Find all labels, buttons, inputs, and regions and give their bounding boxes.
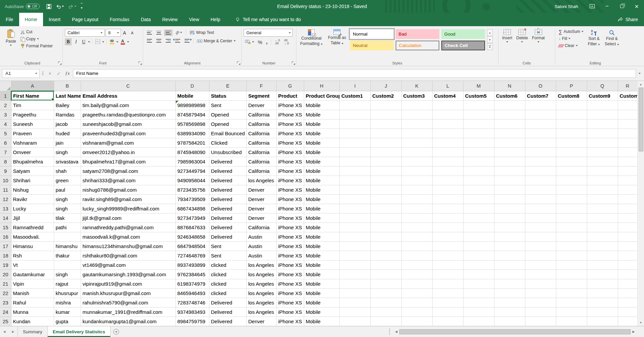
column-header-C[interactable]: C: [81, 81, 175, 91]
cell-N17[interactable]: [494, 241, 525, 251]
sheet-nav-left[interactable]: ◀: [0, 326, 9, 337]
font-name-select[interactable]: Calibri: [65, 29, 105, 37]
cell-D7[interactable]: 8745948090: [175, 147, 209, 157]
row-header-12[interactable]: 12: [0, 194, 11, 204]
cell-I6[interactable]: [339, 138, 370, 147]
cell-I13[interactable]: [339, 204, 370, 213]
cell-P15[interactable]: [556, 223, 587, 232]
customize-qat-button[interactable]: [81, 3, 83, 10]
column-header-M[interactable]: M: [463, 81, 494, 91]
cell-J17[interactable]: [370, 241, 401, 251]
cell-A23[interactable]: Rahul: [11, 298, 54, 307]
cell-Q8[interactable]: [587, 157, 618, 166]
cell-P7[interactable]: [556, 147, 587, 157]
cell-C18[interactable]: rshthakur80@gmail.com: [81, 251, 175, 260]
cell-B17[interactable]: himanshu: [54, 241, 81, 251]
cell-A10[interactable]: Shrihari: [11, 176, 54, 185]
cell-R22[interactable]: [618, 288, 637, 298]
cell-G20[interactable]: iPhone XS: [276, 270, 304, 279]
style-calculation[interactable]: Calculation: [396, 41, 439, 50]
column-header-I[interactable]: I: [339, 81, 370, 91]
cell-L16[interactable]: [432, 232, 463, 241]
sheet-tab-summary[interactable]: Summary: [17, 326, 48, 337]
tab-help[interactable]: Help: [205, 13, 226, 26]
cell-E22[interactable]: clicked: [209, 288, 246, 298]
cell-B8[interactable]: srivastava: [54, 157, 81, 166]
cell-H4[interactable]: Mobile: [304, 119, 339, 129]
cell-I25[interactable]: [339, 317, 370, 326]
cell-E25[interactable]: Delivered: [209, 317, 246, 326]
cell-C5[interactable]: praveenhuded3@gmail.com: [81, 129, 175, 138]
cell-L20[interactable]: [432, 270, 463, 279]
cell-O19[interactable]: [525, 260, 556, 270]
cell-J8[interactable]: [370, 157, 401, 166]
cell-K5[interactable]: [401, 129, 432, 138]
cell-M8[interactable]: [463, 157, 494, 166]
cell-N21[interactable]: [494, 279, 525, 288]
cell-I1[interactable]: Custom1: [339, 91, 370, 100]
cell-D13[interactable]: 6867434898: [175, 204, 209, 213]
cell-D3[interactable]: 8745879494: [175, 110, 209, 119]
cell-J12[interactable]: [370, 194, 401, 204]
row-header-23[interactable]: 23: [0, 298, 11, 307]
cell-K22[interactable]: [401, 288, 432, 298]
cell-J11[interactable]: [370, 185, 401, 194]
underline-button[interactable]: U: [80, 38, 87, 45]
gallery-scroll-down[interactable]: ▼: [487, 36, 493, 43]
cell-J2[interactable]: [370, 100, 401, 110]
cell-A7[interactable]: Omveer: [11, 147, 54, 157]
cell-B18[interactable]: thakur: [54, 251, 81, 260]
cell-R19[interactable]: [618, 260, 637, 270]
cell-G21[interactable]: iPhone XS: [276, 279, 304, 288]
cell-C21[interactable]: vipinrajput919@gmail.com: [81, 279, 175, 288]
cell-E1[interactable]: Status: [209, 91, 246, 100]
cell-N16[interactable]: [494, 232, 525, 241]
cell-O3[interactable]: [525, 110, 556, 119]
cell-A9[interactable]: Satyam: [11, 166, 54, 176]
cell-I8[interactable]: [339, 157, 370, 166]
cell-G16[interactable]: iPhone XS: [276, 232, 304, 241]
font-dialog-launcher[interactable]: [138, 61, 142, 65]
cell-M24[interactable]: [463, 307, 494, 317]
cell-P23[interactable]: [556, 298, 587, 307]
cell-H2[interactable]: Mobile: [304, 100, 339, 110]
cell-D23[interactable]: 7283748746: [175, 298, 209, 307]
cell-E23[interactable]: Delivered: [209, 298, 246, 307]
cell-O17[interactable]: [525, 241, 556, 251]
font-size-select[interactable]: 8: [106, 29, 121, 37]
cell-F4[interactable]: California: [246, 119, 276, 129]
ribbon-display-options-button[interactable]: [585, 0, 600, 13]
undo-button[interactable]: [56, 4, 64, 9]
cell-C19[interactable]: vt1469@gmail.com: [81, 260, 175, 270]
cell-N4[interactable]: [494, 119, 525, 129]
cell-G13[interactable]: iPhone XS: [276, 204, 304, 213]
borders-dropdown[interactable]: [102, 41, 104, 43]
row-header-2[interactable]: 2: [0, 100, 11, 110]
cell-H6[interactable]: Mobile: [304, 138, 339, 147]
cell-G18[interactable]: iPhone XS: [276, 251, 304, 260]
tab-review[interactable]: Review: [157, 13, 184, 26]
cell-J13[interactable]: [370, 204, 401, 213]
find-select-button[interactable]: Find & Select: [603, 28, 621, 49]
cell-O25[interactable]: [525, 317, 556, 326]
cell-G25[interactable]: iPhone XS: [276, 317, 304, 326]
cell-J25[interactable]: [370, 317, 401, 326]
cell-L23[interactable]: [432, 298, 463, 307]
tab-data[interactable]: Data: [135, 13, 157, 26]
cell-E8[interactable]: Delivered: [209, 157, 246, 166]
cell-G3[interactable]: iPhone XS: [276, 110, 304, 119]
row-header-9[interactable]: 9: [0, 166, 11, 176]
cell-K15[interactable]: [401, 223, 432, 232]
cell-Q1[interactable]: Custom9: [587, 91, 618, 100]
restore-button[interactable]: [614, 0, 629, 13]
cell-C13[interactable]: lucky_singh99989@rediffmail.com: [81, 204, 175, 213]
cell-M3[interactable]: [463, 110, 494, 119]
cell-D20[interactable]: 9762384645: [175, 270, 209, 279]
cell-L13[interactable]: [432, 204, 463, 213]
sort-filter-button[interactable]: AZ Sort & Filter: [586, 28, 602, 49]
cell-N6[interactable]: [494, 138, 525, 147]
cell-A1[interactable]: First Name: [11, 91, 54, 100]
tab-splitter-handle[interactable]: [389, 329, 392, 335]
cell-L25[interactable]: [432, 317, 463, 326]
cell-B13[interactable]: singh: [54, 204, 81, 213]
